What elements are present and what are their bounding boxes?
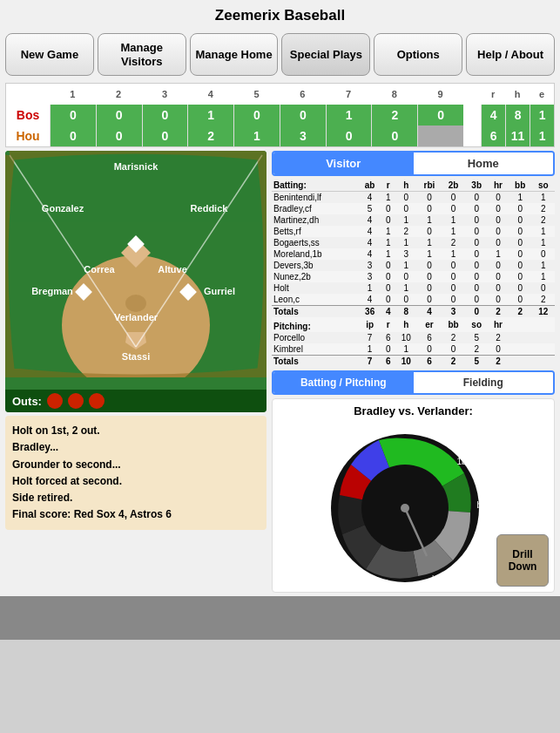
table-row: Bogaerts,ss411120001 <box>272 237 555 248</box>
out-3 <box>89 393 105 409</box>
hou-inning-6: 3 <box>280 126 326 146</box>
inning-header-2: 2 <box>96 85 142 103</box>
inning-header-4: 4 <box>187 85 233 103</box>
batting-header-rbi: rbi <box>417 180 442 192</box>
correa-label: Correa <box>84 264 114 275</box>
log-line-5: Side retired. <box>12 490 260 506</box>
table-row: Devers,3b301000001 <box>272 260 555 271</box>
hou-r: 6 <box>481 126 505 146</box>
hou-inning-3: 0 <box>142 126 188 146</box>
batting-pitching-tab[interactable]: Batting / Pitching <box>273 372 414 393</box>
bos-r: 4 <box>481 105 505 126</box>
table-row: Leon,c400000002 <box>272 294 555 306</box>
batting-header-3b: 3b <box>465 180 488 192</box>
batting-header-r: r <box>381 180 395 192</box>
bos-inning-5: 0 <box>233 105 280 126</box>
log-line-3: Grounder to second... <box>12 457 260 473</box>
scoreboard: 1 2 3 4 5 6 7 8 9 r h e Bos 0 0 0 1 0 0 … <box>5 83 555 147</box>
log-line-6: Final score: Red Sox 4, Astros 6 <box>12 506 260 523</box>
chart-label-1b: 1b <box>456 457 467 466</box>
table-row: Holt101000000 <box>272 282 555 294</box>
stassi-label: Stassi <box>122 351 150 362</box>
visitor-tab[interactable]: Visitor <box>273 153 414 174</box>
bos-e: 1 <box>530 105 554 126</box>
pitching-totals-row: Totals76106252 <box>272 356 555 368</box>
home-tab[interactable]: Home <box>414 153 554 174</box>
bos-inning-6: 0 <box>280 105 326 126</box>
manage-home-button[interactable]: Manage Home <box>190 33 279 76</box>
bottom-bar <box>0 596 560 640</box>
table-row: Kimbrel1010020 <box>272 343 555 356</box>
batting-header-2b: 2b <box>442 180 465 192</box>
batting-totals-row: Totals36484302212 <box>272 306 555 318</box>
table-row: Benintendi,lf410000011 <box>272 192 555 204</box>
main-content: Marisnick Gonzalez Reddick Correa Altuve… <box>5 151 555 593</box>
outs-bar: Outs: <box>5 390 267 412</box>
vh-tabs: Visitor Home <box>272 151 555 176</box>
e-header: e <box>530 85 554 103</box>
batting-header-h: h <box>395 180 417 192</box>
right-panel: Visitor Home Batting: ab r h rbi 2b <box>272 151 555 593</box>
chart-label-so: so <box>314 518 324 527</box>
field-container: Marisnick Gonzalez Reddick Correa Altuve… <box>5 151 267 412</box>
table-row: Martinez,dh401110002 <box>272 214 555 226</box>
chart-label-pu: pu <box>378 577 388 587</box>
chart-label-gr: gr <box>344 568 353 578</box>
bp-tabs: Batting / Pitching Fielding <box>272 370 555 395</box>
game-log: Holt on 1st, 2 out. Bradley... Grounder … <box>5 416 267 530</box>
out-2 <box>68 393 84 409</box>
bos-inning-3: 0 <box>142 105 188 126</box>
app-title: Zeemerix Baseball <box>0 0 560 30</box>
batting-header-so: so <box>532 180 555 192</box>
batting-header-ab: ab <box>359 180 381 192</box>
options-button[interactable]: Options <box>374 33 462 76</box>
hou-inning-9: _ <box>417 126 463 146</box>
hou-inning-1: 0 <box>50 126 96 146</box>
special-plays-button[interactable]: Special Plays <box>281 33 370 76</box>
inning-header-6: 6 <box>280 85 326 103</box>
gonzalez-label: Gonzalez <box>42 203 84 214</box>
chart-title: Bradley vs. Verlander: <box>278 404 549 417</box>
chart-label-fl: fl <box>472 544 476 553</box>
nav-bar: New Game Manage Visitors Manage Home Spe… <box>0 30 560 79</box>
r-header: r <box>481 85 505 103</box>
table-row: Porcello76106252 <box>272 332 555 343</box>
log-line-4: Holt forced at second. <box>12 473 260 490</box>
h-header: h <box>505 85 530 103</box>
inning-header-8: 8 <box>371 85 417 103</box>
left-panel: Marisnick Gonzalez Reddick Correa Altuve… <box>5 151 267 593</box>
help-about-button[interactable]: Help / About <box>466 33 555 76</box>
out-1 <box>47 393 63 409</box>
bos-inning-2: 0 <box>96 105 142 126</box>
inning-header-3: 3 <box>142 85 188 103</box>
score-header-team <box>6 85 50 103</box>
manage-visitors-button[interactable]: Manage Visitors <box>98 33 186 76</box>
table-row: Betts,rf412010001 <box>272 226 555 237</box>
hou-inning-2: 0 <box>96 126 142 146</box>
stats-container: Batting: ab r h rbi 2b 3b hr bb so <box>272 180 555 367</box>
new-game-button[interactable]: New Game <box>5 33 94 76</box>
gurriel-label: Gurriel <box>204 286 235 296</box>
outs-label: Outs: <box>12 395 42 408</box>
hou-inning-7: 0 <box>326 126 372 146</box>
pitching-section-header: Pitching: ip r h er bb so hr <box>272 317 555 332</box>
hou-e: 1 <box>530 126 554 146</box>
reddick-label: Reddick <box>191 203 228 214</box>
drill-down-button[interactable]: DrillDown <box>496 534 549 587</box>
batting-header-hr: hr <box>488 180 508 192</box>
drill-down-label: DrillDown <box>509 548 537 574</box>
svg-point-7 <box>125 295 146 312</box>
bos-inning-8: 2 <box>371 105 417 126</box>
log-line-2: Bradley... <box>12 439 260 456</box>
marisnick-label: Marisnick <box>114 161 159 172</box>
bos-inning-7: 1 <box>326 105 372 126</box>
bos-inning-9: 0 <box>417 105 463 126</box>
table-row: Nunez,2b300000001 <box>272 271 555 282</box>
inning-header-1: 1 <box>50 85 96 103</box>
fielding-tab[interactable]: Fielding <box>414 372 554 393</box>
altuve-label: Altuve <box>158 264 187 275</box>
inning-header-5: 5 <box>233 85 280 103</box>
chart-label-bb: bb <box>476 500 487 510</box>
svg-point-13 <box>401 504 409 512</box>
inning-header-7: 7 <box>326 85 372 103</box>
